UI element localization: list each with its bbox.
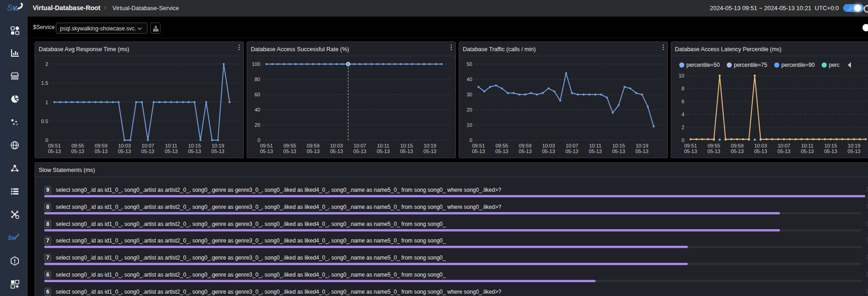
svg-text:10:1505-13: 10:1505-13 [612, 143, 625, 154]
svg-text:09:5505-13: 09:5505-13 [496, 143, 508, 154]
svg-text:09:5505-13: 09:5505-13 [71, 143, 84, 154]
svg-text:0: 0 [45, 137, 48, 143]
svg-text:10:0705-13: 10:0705-13 [354, 143, 366, 154]
svg-text:percentile=90: percentile=90 [781, 62, 815, 68]
svg-text:10:1105-13: 10:1105-13 [165, 143, 177, 154]
svg-text:0: 0 [681, 137, 684, 143]
svg-text:09:5105-13: 09:5105-13 [48, 143, 61, 154]
svg-text:10:1505-13: 10:1505-13 [824, 143, 837, 154]
svg-text:09:5105-13: 09:5105-13 [684, 143, 697, 154]
svg-text:10:0305-13: 10:0305-13 [118, 143, 131, 154]
svg-text:10: 10 [679, 73, 684, 78]
svg-text:20: 20 [254, 122, 260, 128]
svg-text:percentile=50: percentile=50 [686, 62, 720, 68]
svg-text:10:0305-13: 10:0305-13 [542, 143, 555, 154]
svg-text:10:1905-13: 10:1905-13 [636, 143, 649, 154]
svg-text:09:5905-13: 09:5905-13 [731, 143, 744, 154]
svg-text:10:0305-13: 10:0305-13 [330, 143, 343, 154]
svg-text:80: 80 [254, 77, 260, 82]
svg-text:09:5905-13: 09:5905-13 [519, 143, 531, 154]
svg-text:100: 100 [252, 61, 260, 67]
svg-text:20: 20 [466, 107, 472, 112]
svg-text:10:0705-13: 10:0705-13 [142, 143, 154, 154]
svg-text:1.5: 1.5 [41, 80, 48, 86]
svg-text:1: 1 [45, 100, 48, 105]
svg-text:0: 0 [257, 137, 260, 143]
svg-text:10:1105-13: 10:1105-13 [377, 143, 390, 154]
svg-text:09:5905-13: 09:5905-13 [94, 143, 107, 154]
svg-text:10:1905-13: 10:1905-13 [424, 143, 437, 154]
svg-text:10:1505-13: 10:1505-13 [400, 143, 413, 154]
svg-text:perc: perc [829, 62, 839, 68]
svg-text:2: 2 [45, 61, 48, 67]
svg-text:09:5105-13: 09:5105-13 [472, 143, 485, 154]
svg-text:09:5505-13: 09:5505-13 [708, 143, 720, 154]
svg-text:09:5905-13: 09:5905-13 [307, 143, 319, 154]
svg-text:60: 60 [254, 92, 260, 97]
svg-text:8: 8 [681, 86, 684, 91]
svg-text:10: 10 [466, 122, 472, 128]
svg-text:0: 0 [469, 137, 472, 143]
svg-text:09:5105-13: 09:5105-13 [260, 143, 273, 154]
svg-text:10:0705-13: 10:0705-13 [778, 143, 791, 154]
svg-text:4: 4 [681, 112, 684, 117]
svg-text:40: 40 [254, 107, 260, 112]
svg-text:0.5: 0.5 [41, 118, 48, 124]
svg-text:10:1905-13: 10:1905-13 [212, 143, 224, 154]
svg-text:10:1105-13: 10:1105-13 [589, 143, 602, 154]
svg-text:10:0705-13: 10:0705-13 [566, 143, 579, 154]
svg-text:10:1105-13: 10:1105-13 [801, 143, 814, 154]
svg-text:30: 30 [466, 92, 472, 97]
svg-text:6: 6 [681, 99, 684, 104]
svg-text:10:1505-13: 10:1505-13 [188, 143, 201, 154]
svg-text:percentile=75: percentile=75 [734, 62, 768, 68]
svg-text:2: 2 [681, 124, 684, 130]
svg-text:10:0305-13: 10:0305-13 [754, 143, 767, 154]
svg-text:50: 50 [466, 61, 472, 67]
svg-text:09:5505-13: 09:5505-13 [283, 143, 296, 154]
svg-text:40: 40 [466, 77, 472, 82]
svg-text:10:1905-13: 10:1905-13 [848, 143, 861, 154]
